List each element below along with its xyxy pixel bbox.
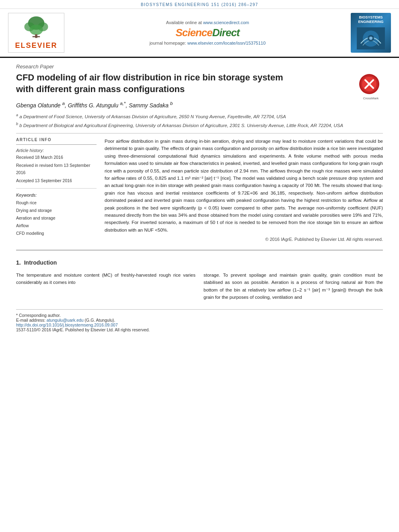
journal-cover-title: Biosystems Engineering	[352, 15, 389, 24]
journal-cover: Biosystems Engineering	[351, 13, 391, 53]
section-heading: Introduction	[24, 259, 57, 266]
sciencedirect-header: Available online at www.sciencedirect.co…	[68, 13, 347, 53]
doi-link[interactable]: http://dx.doi.org/10.1016/j.biosystemsen…	[16, 322, 118, 327]
doi-footnote: http://dx.doi.org/10.1016/j.biosystemsen…	[16, 322, 383, 327]
affiliation-a: a a Department of Food Science, Universi…	[16, 113, 383, 120]
introduction-body: The temperature and moisture content (MC…	[16, 271, 383, 301]
introduction-section: 1. Introduction The temperature and mois…	[16, 259, 383, 301]
article-info-divider	[16, 144, 97, 145]
abstract-text: Poor airflow distribution in grain mass …	[105, 138, 383, 234]
intro-left-text: The temperature and moisture content (MC…	[16, 271, 195, 286]
header-divider	[16, 133, 383, 134]
main-content: Research Paper CFD modeling of air flow …	[0, 58, 399, 338]
keyword-4: Airflow	[16, 222, 97, 230]
journal-header-bar: BIOSYSTEMS ENGINEERING 151 (2016) 286–29…	[0, 0, 399, 9]
section-number: 1.	[16, 259, 21, 266]
journal-homepage-text: journal homepage: www.elsevier.com/locat…	[150, 41, 266, 45]
received-date: Received 18 March 2016 Received in revis…	[16, 154, 97, 184]
paper-title: CFD modeling of air flow distribution in…	[16, 72, 290, 95]
history-label: Article history:	[16, 148, 97, 153]
affiliations: a a Department of Food Science, Universi…	[16, 113, 383, 129]
affiliation-b: b b Department of Biological and Agricul…	[16, 121, 383, 129]
keywords-divider	[16, 188, 97, 189]
authors: Gbenga Olatunde a, Griffiths G. Atungulu…	[16, 101, 383, 109]
svg-rect-4	[35, 34, 37, 38]
journal-citation: BIOSYSTEMS ENGINEERING 151 (2016) 286–29…	[141, 2, 258, 7]
journal-header: ELSEVIER Available online at www.science…	[0, 9, 399, 58]
article-info-heading: ARTICLE INFO	[16, 138, 97, 142]
sciencedirect-logo: ScienceDirect	[176, 27, 240, 39]
svg-point-9	[369, 37, 372, 40]
keyword-5: CFD modelling	[16, 230, 97, 237]
footnotes: * Corresponding author. E-mail address: …	[16, 309, 383, 332]
intro-right-col: storage. To prevent spoilage and maintai…	[204, 271, 383, 301]
available-online-text: Available online at www.sciencedirect.co…	[166, 20, 249, 25]
corresponding-author-note: * Corresponding author.	[16, 313, 383, 318]
crossmark-icon	[359, 74, 380, 94]
email-link[interactable]: atungulu@uark.edu	[47, 318, 84, 322]
intro-right-text: storage. To prevent spoilage and maintai…	[204, 271, 383, 301]
sciencedirect-url-link[interactable]: www.sciencedirect.com	[203, 20, 249, 25]
elsevier-tree-icon	[20, 16, 52, 40]
paper-type-label: Research Paper	[16, 64, 383, 70]
copyright-line: © 2016 IAgrE. Published by Elsevier Ltd.…	[105, 237, 383, 242]
keyword-2: Drying and storage	[16, 207, 97, 214]
keyword-3: Aeration and storage	[16, 214, 97, 222]
article-body: ARTICLE INFO Article history: Received 1…	[16, 138, 383, 242]
svg-point-3	[29, 25, 43, 35]
main-section-divider	[16, 250, 383, 251]
keywords-label: Keywords:	[16, 193, 97, 197]
article-info-column: ARTICLE INFO Article history: Received 1…	[16, 138, 97, 242]
keywords-section: Keywords: Rough rice Drying and storage …	[16, 193, 97, 237]
abstract-column: Poor airflow distribution in grain mass …	[105, 138, 383, 242]
elsevier-brand-text: ELSEVIER	[15, 41, 57, 50]
elsevier-logo: ELSEVIER	[8, 13, 64, 53]
crossmark-label: CrossMark	[359, 97, 383, 100]
journal-homepage-link[interactable]: www.elsevier.com/locate/issn/15375110	[187, 41, 265, 45]
email-footnote: E-mail address: atungulu@uark.edu (G.G. …	[16, 318, 383, 322]
keyword-1: Rough rice	[16, 199, 97, 207]
issn-footnote: 1537-5110/© 2016 IAgrE. Published by Els…	[16, 327, 383, 332]
keywords-list: Rough rice Drying and storage Aeration a…	[16, 199, 97, 237]
crossmark-badge: CrossMark	[359, 74, 383, 100]
intro-left-col: The temperature and moisture content (MC…	[16, 271, 195, 301]
journal-cover-art	[357, 27, 385, 49]
svg-rect-5	[33, 36, 40, 37]
article-history: Article history: Received 18 March 2016 …	[16, 148, 97, 184]
